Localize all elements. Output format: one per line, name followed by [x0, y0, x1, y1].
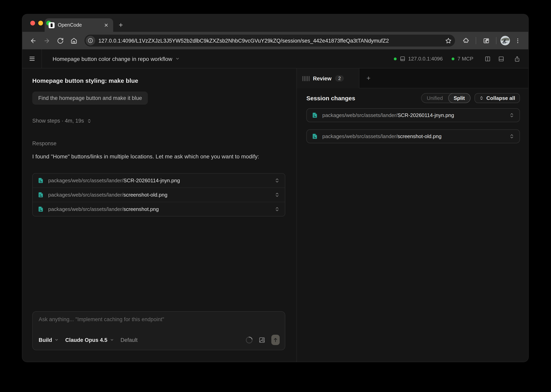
expand-row-icon[interactable] — [275, 207, 280, 212]
mcp-status: 7 MCP — [452, 56, 473, 62]
new-tab-button[interactable]: + — [113, 18, 129, 32]
composer-controls: Build Claude Opus 4.5 Default — [33, 335, 285, 350]
expand-row-icon[interactable] — [275, 192, 280, 197]
opencode-favicon — [49, 22, 55, 28]
review-count-badge: 2 — [335, 75, 344, 82]
image-file-icon — [38, 177, 44, 184]
review-tabbar: Review 2 + — [297, 69, 528, 88]
app-header: Homepage button color change in repo wor… — [22, 49, 528, 69]
file-path: packages/web/src/assets/lander/screensho… — [48, 192, 270, 198]
composer-input[interactable] — [33, 312, 285, 335]
split-columns-layout-button[interactable] — [485, 56, 491, 62]
back-icon[interactable] — [27, 35, 39, 47]
tab-review[interactable]: Review 2 — [297, 69, 359, 88]
image-file-icon — [38, 191, 44, 198]
split-view-button[interactable]: Split — [448, 93, 470, 103]
green-status-dot — [452, 57, 455, 60]
screen: OpenCode ✕ + 127.0.0.1:4096 — [0, 0, 551, 392]
header-status-area: 127.0.0.1:4096 7 MCP — [393, 49, 528, 68]
minimize-window-button[interactable] — [38, 21, 43, 26]
browser-toolbar: 127.0.0.1:4096/L1VzZXJzL3J5YW52b2dlbC9kZ… — [22, 32, 528, 49]
hamburger-menu-button[interactable] — [22, 49, 42, 68]
chevrons-up-down-icon — [479, 96, 484, 100]
review-panel: Review 2 + Session changes Unified Split — [297, 69, 528, 362]
image-file-icon — [38, 206, 44, 212]
mode-selector[interactable]: Build — [39, 337, 58, 343]
chat-panel: Homepage button styling: make blue Find … — [22, 69, 297, 362]
changed-file-card[interactable]: packages/web/src/assets/lander/screensho… — [306, 129, 520, 143]
session-changes-header: Session changes Unified Split Collapse a… — [306, 93, 520, 103]
split-rows-layout-button[interactable] — [498, 56, 504, 62]
tab-search-icon[interactable] — [480, 35, 492, 47]
image-file-icon — [312, 112, 318, 119]
browser-tab[interactable]: OpenCode ✕ — [45, 18, 113, 32]
file-path: packages/web/src/assets/lander/screensho… — [48, 206, 270, 212]
url-text: 127.0.0.1:4096/L1VzZXJzL3J5YW52b2dlbC9kZ… — [98, 38, 443, 44]
session-title: Homepage button color change in repo wor… — [53, 56, 172, 62]
home-icon[interactable] — [68, 35, 80, 47]
chevron-down-icon — [55, 338, 58, 342]
host-address: 127.0.0.1:4096 — [408, 56, 443, 62]
browser-menu-kebab-icon[interactable] — [512, 35, 523, 47]
attach-image-icon[interactable] — [259, 336, 265, 343]
main-content: Homepage button styling: make blue Find … — [22, 69, 528, 362]
bookmark-star-icon[interactable] — [443, 35, 453, 47]
browser-window: OpenCode ✕ + 127.0.0.1:4096 — [22, 14, 528, 362]
collapse-all-button[interactable]: Collapse all — [474, 93, 520, 103]
changed-file-card[interactable]: packages/web/src/assets/lander/SCR-20260… — [306, 108, 520, 122]
share-icon[interactable] — [514, 56, 520, 62]
file-row[interactable]: packages/web/src/assets/lander/SCR-20260… — [33, 174, 285, 188]
browser-tabstrip: OpenCode ✕ + — [22, 14, 528, 32]
conversation-heading: Homepage button styling: make blue — [32, 77, 285, 84]
forward-icon[interactable] — [41, 35, 53, 47]
url-bar[interactable]: 127.0.0.1:4096/L1VzZXJzL3J5YW52b2dlbC9kZ… — [85, 35, 455, 47]
browser-tab-title: OpenCode — [58, 22, 100, 28]
toolbar-divider — [496, 37, 496, 44]
add-review-tab-button[interactable]: + — [359, 69, 378, 88]
image-file-icon — [312, 133, 318, 140]
file-row[interactable]: packages/web/src/assets/lander/screensho… — [33, 188, 285, 202]
review-tab-label: Review — [313, 75, 332, 81]
expand-row-icon[interactable] — [509, 134, 514, 139]
review-body: Session changes Unified Split Collapse a… — [297, 88, 528, 143]
expand-row-icon[interactable] — [275, 178, 280, 183]
expand-row-icon[interactable] — [509, 113, 514, 118]
toolbar-divider — [476, 37, 476, 44]
file-options-list: packages/web/src/assets/lander/SCR-20260… — [32, 173, 285, 217]
mcp-count: 7 MCP — [457, 56, 473, 62]
user-message-bubble: Find the homepage button and make it blu… — [32, 91, 148, 105]
file-path: packages/web/src/assets/lander/SCR-20260… — [48, 177, 270, 183]
profile-avatar[interactable] — [500, 36, 510, 45]
chevron-down-icon — [110, 338, 114, 342]
show-steps-label: Show steps · 4m, 19s — [32, 118, 84, 124]
message-composer: Build Claude Opus 4.5 Default — [32, 311, 285, 350]
response-label: Response — [32, 140, 285, 147]
close-window-button[interactable] — [30, 21, 35, 26]
file-row[interactable]: packages/web/src/assets/lander/screensho… — [33, 202, 285, 216]
window-controls — [30, 14, 51, 32]
opencode-app: Homepage button color change in repo wor… — [22, 49, 528, 362]
diff-view-segmented-control: Unified Split — [421, 93, 470, 103]
model-selector[interactable]: Claude Opus 4.5 — [65, 337, 114, 343]
working-spinner — [244, 335, 254, 344]
tab-close-icon[interactable]: ✕ — [103, 22, 109, 28]
reload-icon[interactable] — [54, 35, 66, 47]
agent-selector[interactable]: Default — [121, 337, 138, 343]
response-text: I found "Home" buttons/links in multiple… — [32, 151, 271, 162]
file-path: packages/web/src/assets/lander/SCR-20260… — [322, 112, 505, 118]
extensions-icon[interactable] — [460, 35, 472, 47]
session-title-dropdown[interactable]: Homepage button color change in repo wor… — [42, 49, 180, 68]
file-path: packages/web/src/assets/lander/screensho… — [322, 133, 505, 139]
send-button[interactable] — [271, 335, 280, 345]
unified-view-button[interactable]: Unified — [421, 93, 448, 103]
host-status: 127.0.0.1:4096 — [393, 56, 443, 62]
site-info-icon[interactable] — [86, 36, 95, 45]
chevrons-up-down-icon — [87, 118, 92, 123]
chevron-down-icon — [175, 56, 180, 61]
drag-handle-icon[interactable] — [302, 76, 309, 81]
green-status-dot — [393, 57, 397, 60]
server-icon — [399, 56, 405, 62]
session-changes-title: Session changes — [306, 95, 355, 101]
show-steps-toggle[interactable]: Show steps · 4m, 19s — [32, 118, 92, 124]
